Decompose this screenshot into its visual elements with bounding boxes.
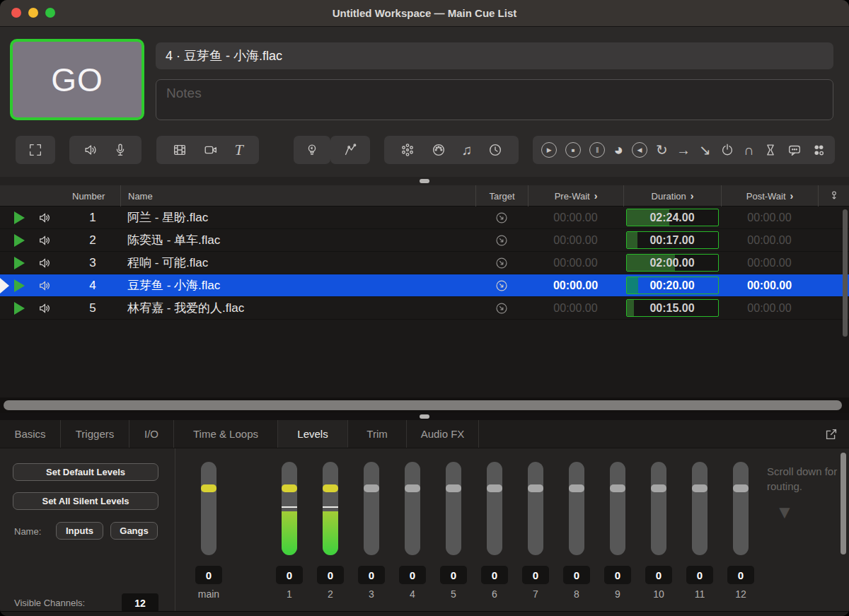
- timecode-cue-icon[interactable]: [487, 142, 503, 158]
- fader-handle[interactable]: [610, 484, 625, 492]
- pre-wait-value[interactable]: 00:00.00: [528, 279, 623, 292]
- light-cue-icon[interactable]: [304, 142, 320, 158]
- fader-handle[interactable]: [528, 484, 543, 492]
- fader-value[interactable]: 0: [276, 566, 303, 584]
- disarm-cue-icon[interactable]: ∩: [744, 143, 753, 157]
- fader-track[interactable]: [692, 462, 708, 555]
- midi-cue-icon[interactable]: [431, 142, 446, 158]
- cue-name-field[interactable]: 4 · 豆芽鱼 - 小海.flac: [156, 42, 833, 69]
- fader-handle[interactable]: [692, 484, 708, 492]
- cue-row[interactable]: 3 程响 - 可能.flac 00:00.00 02:00.00 00:00.0…: [0, 252, 849, 274]
- fader-handle[interactable]: [364, 484, 379, 492]
- cue-number[interactable]: 5: [65, 301, 120, 315]
- fader-value[interactable]: 0: [604, 566, 631, 584]
- visible-channels-field[interactable]: 12: [122, 593, 158, 612]
- bottom-splitter[interactable]: [0, 413, 849, 420]
- duration-field[interactable]: 02:00.00: [626, 254, 719, 272]
- pause-cue-icon[interactable]: ‖: [589, 142, 605, 158]
- arm-cue-icon[interactable]: [720, 142, 735, 158]
- load-cue-icon[interactable]: ↻: [656, 143, 668, 157]
- cue-row[interactable]: 2 陈奕迅 - 单车.flac 00:00.00 00:17.00 00:00.…: [0, 229, 849, 252]
- column-header-number[interactable]: Number: [65, 185, 120, 207]
- set-default-levels-button[interactable]: Set Default Levels: [13, 463, 158, 481]
- fader-track[interactable]: [651, 462, 666, 555]
- notes-field[interactable]: Notes: [156, 79, 833, 120]
- start-cue-icon[interactable]: ▶: [541, 142, 557, 158]
- pre-wait-value[interactable]: 00:00.00: [528, 257, 623, 269]
- column-header-name[interactable]: Name: [120, 185, 475, 207]
- fader-track[interactable]: [610, 462, 625, 555]
- cue-number[interactable]: 2: [65, 233, 120, 248]
- cue-name[interactable]: 林宥嘉 - 我爱的人.flac: [120, 300, 475, 316]
- fader-track[interactable]: [405, 462, 420, 555]
- fader-value[interactable]: 0: [317, 566, 344, 584]
- tab-io[interactable]: I/O: [129, 420, 174, 448]
- fader-value[interactable]: 0: [481, 566, 508, 584]
- group-cue-icon[interactable]: [811, 142, 826, 158]
- goto-cue-icon[interactable]: →: [676, 143, 691, 157]
- post-wait-value[interactable]: 00:00.00: [721, 279, 818, 292]
- splitter-handle[interactable]: [420, 414, 429, 419]
- column-header-post-wait[interactable]: Post-Wait›: [721, 185, 818, 207]
- fader-handle[interactable]: [282, 484, 297, 492]
- fullscreen-button[interactable]: [16, 136, 55, 164]
- column-header-pre-wait[interactable]: Pre-Wait›: [528, 185, 623, 207]
- go-button[interactable]: GO: [10, 39, 144, 120]
- fader-value[interactable]: 0: [440, 566, 467, 584]
- cue-list-vertical-scrollbar[interactable]: [843, 209, 848, 337]
- fader-track[interactable]: [282, 462, 297, 555]
- post-wait-value[interactable]: 00:00.00: [721, 211, 818, 224]
- fader-handle[interactable]: [733, 484, 749, 492]
- music-cue-icon[interactable]: ♫: [461, 143, 472, 157]
- fader-track[interactable]: [323, 462, 338, 555]
- fader-handle[interactable]: [323, 484, 338, 492]
- cue-name[interactable]: 陈奕迅 - 单车.flac: [120, 232, 475, 248]
- memo-cue-icon[interactable]: [787, 142, 802, 158]
- gangs-button[interactable]: Gangs: [110, 522, 158, 540]
- cue-row-selected[interactable]: 4 豆芽鱼 - 小海.flac 00:00.00 00:20.00 00:00.…: [0, 274, 849, 297]
- duration-field[interactable]: 00:20.00: [626, 277, 719, 294]
- cue-number[interactable]: 3: [65, 256, 120, 270]
- pre-wait-value[interactable]: 00:00.00: [528, 234, 623, 247]
- audio-cue-icon[interactable]: [83, 142, 98, 158]
- column-header-continue[interactable]: [818, 185, 849, 207]
- stop-cue-icon[interactable]: ■: [565, 142, 581, 158]
- tab-basics[interactable]: Basics: [0, 420, 61, 448]
- tab-triggers[interactable]: Triggers: [61, 420, 129, 448]
- fader-track[interactable]: [201, 462, 216, 555]
- wait-cue-icon[interactable]: [763, 142, 778, 158]
- tab-time-loops[interactable]: Time & Loops: [174, 420, 278, 448]
- fader-track[interactable]: [487, 462, 502, 555]
- set-all-silent-levels-button[interactable]: Set All Silent Levels: [13, 492, 158, 510]
- inputs-button[interactable]: Inputs: [56, 522, 103, 540]
- fader-track[interactable]: [733, 462, 749, 555]
- fade-cue-icon[interactable]: [342, 142, 358, 158]
- pre-wait-value[interactable]: 00:00.00: [528, 211, 623, 224]
- cue-row[interactable]: 5 林宥嘉 - 我爱的人.flac 00:00.00 00:15.00 00:0…: [0, 297, 849, 320]
- fader-value[interactable]: 0: [522, 566, 549, 584]
- fader-value[interactable]: 0: [195, 566, 222, 584]
- network-cue-icon[interactable]: [400, 142, 415, 158]
- tab-levels[interactable]: Levels: [278, 420, 348, 448]
- fader-value[interactable]: 0: [563, 566, 590, 584]
- post-wait-value[interactable]: 00:00.00: [721, 257, 818, 269]
- popout-inspector-icon[interactable]: [824, 426, 839, 442]
- pre-wait-value[interactable]: 00:00.00: [528, 302, 623, 315]
- tab-audio-fx[interactable]: Audio FX: [407, 420, 479, 448]
- fader-track[interactable]: [364, 462, 379, 555]
- column-header-duration[interactable]: Duration›: [623, 185, 721, 207]
- fader-value[interactable]: 0: [727, 566, 754, 584]
- cue-name[interactable]: 豆芽鱼 - 小海.flac: [120, 277, 475, 294]
- post-wait-value[interactable]: 00:00.00: [721, 234, 818, 247]
- fader-track[interactable]: [569, 462, 584, 555]
- fader-track[interactable]: [528, 462, 543, 555]
- cue-row[interactable]: 1 阿兰 - 星盼.flac 00:00.00 02:24.00 00:00.0…: [0, 207, 849, 229]
- duration-field[interactable]: 00:15.00: [626, 299, 719, 317]
- text-cue-icon[interactable]: T: [235, 142, 243, 158]
- cue-name[interactable]: 程响 - 可能.flac: [120, 255, 475, 271]
- fader-value[interactable]: 0: [645, 566, 672, 584]
- fader-handle[interactable]: [201, 484, 216, 492]
- duration-field[interactable]: 00:17.00: [626, 231, 719, 249]
- target-cue-icon[interactable]: ↘: [699, 143, 711, 157]
- fader-handle[interactable]: [487, 484, 502, 492]
